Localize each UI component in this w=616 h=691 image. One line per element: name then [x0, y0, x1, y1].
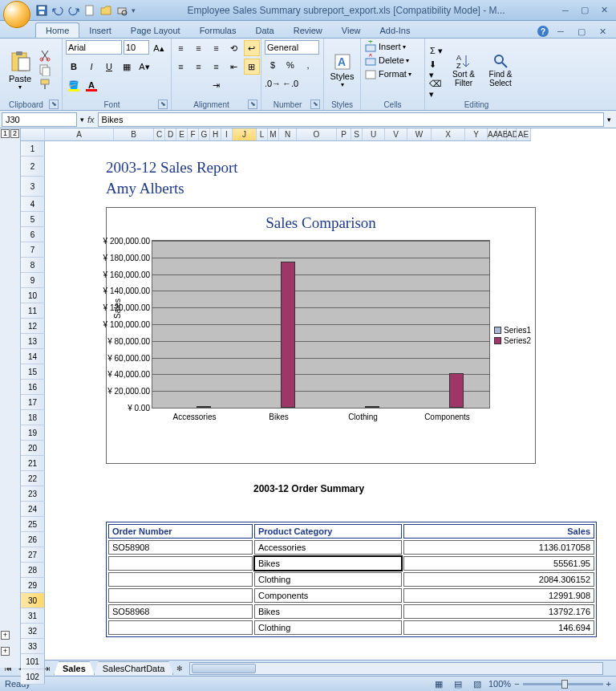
outline-expand-1[interactable]: + [1, 631, 10, 640]
new-icon[interactable] [83, 4, 96, 17]
autosum-button[interactable]: Σ ▾ [428, 43, 444, 59]
col-header-F[interactable]: F [188, 128, 199, 140]
table-row[interactable]: Components12991.908 [108, 588, 594, 603]
align-right-button[interactable]: ≡ [209, 59, 225, 75]
select-all-corner[interactable] [21, 128, 45, 140]
fill-button[interactable]: ⬇ ▾ [428, 62, 444, 78]
font-size-select[interactable] [124, 40, 149, 55]
col-header-N[interactable]: N [279, 128, 297, 140]
zoom-in-button[interactable]: + [606, 679, 611, 689]
order-table[interactable]: Order Number Product Category Sales SO58… [106, 522, 597, 637]
row-header-24[interactable]: 24 [21, 502, 45, 517]
orientation-button[interactable]: ⟲ [226, 40, 242, 56]
underline-button[interactable]: U [101, 59, 117, 75]
row-header-18[interactable]: 18 [21, 410, 45, 425]
clipboard-dialog-launcher[interactable]: ⬊ [49, 100, 59, 109]
align-top-button[interactable]: ≡ [173, 40, 189, 56]
col-header-I[interactable]: I [221, 128, 233, 140]
col-header-X[interactable]: X [432, 128, 465, 140]
row-header-33[interactable]: 33 [21, 639, 45, 654]
horizontal-scrollbar[interactable] [189, 662, 603, 675]
row-header-32[interactable]: 32 [21, 624, 45, 639]
tab-view[interactable]: View [332, 23, 371, 38]
row-header-26[interactable]: 26 [21, 532, 45, 547]
fx-icon[interactable]: fx [87, 115, 95, 124]
col-header-B[interactable]: B [114, 128, 154, 140]
col-header-AD[interactable]: AD [507, 128, 517, 140]
percent-button[interactable]: % [282, 57, 298, 73]
print-preview-icon[interactable] [116, 4, 128, 17]
row-header-4[interactable]: 4 [21, 197, 45, 212]
row-header-29[interactable]: 29 [21, 578, 45, 593]
row-header-30[interactable]: 30 [21, 593, 45, 608]
row-header-22[interactable]: 22 [21, 471, 45, 486]
view-layout-button[interactable]: ▤ [450, 676, 466, 691]
align-middle-button[interactable]: ≡ [191, 40, 207, 56]
tab-data[interactable]: Data [245, 23, 283, 38]
alignment-dialog-launcher[interactable]: ⬊ [248, 100, 257, 109]
table-row[interactable]: SO58968Bikes13792.176 [108, 604, 594, 619]
col-header-H[interactable]: H [210, 128, 221, 140]
table-row[interactable]: Clothing146.694 [108, 620, 594, 635]
column-headers[interactable]: ABCDEFGHIJLMNOPSUVWXYAAABADAE [21, 128, 531, 141]
sheet-tab-chartdata[interactable]: SalesChartData [94, 661, 174, 675]
row-header-27[interactable]: 27 [21, 547, 45, 563]
new-sheet-button[interactable]: ✻ [173, 662, 186, 675]
col-header-AA[interactable]: AA [488, 128, 497, 140]
zoom-slider[interactable] [523, 683, 603, 685]
col-header-U[interactable]: U [363, 128, 385, 140]
font-dialog-launcher[interactable]: ⬊ [158, 100, 168, 109]
row-header-10[interactable]: 10 [21, 288, 45, 303]
table-row[interactable]: SO58908Accessories1136.017058 [108, 540, 594, 555]
shrink-font-icon[interactable]: A▾ [136, 59, 152, 75]
view-pagebreak-button[interactable]: ▧ [469, 676, 485, 691]
row-header-13[interactable]: 13 [21, 334, 45, 349]
doc-minimize-button[interactable]: ─ [552, 25, 569, 38]
decrease-decimal-button[interactable]: ←.0 [282, 75, 298, 91]
row-header-16[interactable]: 16 [21, 380, 45, 395]
maximize-button[interactable]: ▢ [576, 4, 594, 17]
comma-button[interactable]: , [300, 57, 316, 73]
cut-icon[interactable] [38, 49, 51, 62]
formula-input[interactable]: Bikes [98, 112, 604, 127]
close-button[interactable]: ✕ [595, 4, 613, 17]
increase-indent-button[interactable]: ⇥ [209, 77, 225, 93]
doc-restore-button[interactable]: ▢ [573, 25, 590, 38]
table-row[interactable]: Bikes55561.95 [108, 556, 594, 571]
row-header-6[interactable]: 6 [21, 227, 45, 242]
col-header-D[interactable]: D [165, 128, 176, 140]
format-painter-icon[interactable] [38, 78, 51, 91]
row-header-17[interactable]: 17 [21, 395, 45, 410]
help-icon[interactable]: ? [537, 26, 549, 37]
align-bottom-button[interactable]: ≡ [209, 40, 225, 56]
format-cells-button[interactable]: Format▾ [364, 67, 411, 80]
outline-level-2[interactable]: 2 [10, 129, 19, 138]
row-header-101[interactable]: 101 [21, 654, 45, 669]
font-color-button[interactable]: A [83, 77, 99, 93]
align-left-button[interactable]: ≡ [173, 59, 189, 75]
row-headers[interactable]: 1234567891011121314151617181920212223242… [21, 141, 45, 685]
fill-color-button[interactable]: 🪣 [66, 77, 82, 93]
col-header-AB[interactable]: AB [497, 128, 507, 140]
row-header-25[interactable]: 25 [21, 517, 45, 532]
decrease-indent-button[interactable]: ⇤ [226, 59, 242, 75]
col-header-Y[interactable]: Y [465, 128, 488, 140]
row-header-11[interactable]: 11 [21, 303, 45, 319]
col-header-C[interactable]: C [154, 128, 165, 140]
col-header-M[interactable]: M [268, 128, 279, 140]
row-header-23[interactable]: 23 [21, 486, 45, 502]
office-button[interactable] [3, 1, 30, 28]
row-header-15[interactable]: 15 [21, 364, 45, 380]
tab-addins[interactable]: Add-Ins [370, 23, 419, 38]
sort-filter-button[interactable]: AZ Sort & Filter [446, 43, 481, 96]
row-header-7[interactable]: 7 [21, 242, 45, 258]
table-row[interactable]: Clothing2084.306152 [108, 572, 594, 587]
italic-button[interactable]: I [83, 59, 99, 75]
outline-expand-2[interactable]: + [1, 647, 10, 656]
styles-button[interactable]: A Styles ▾ [327, 43, 357, 96]
row-header-2[interactable]: 2 [21, 156, 45, 177]
tab-formulas[interactable]: Formulas [190, 23, 246, 38]
col-header-S[interactable]: S [351, 128, 363, 140]
col-header-P[interactable]: P [337, 128, 351, 140]
col-header-L[interactable]: L [257, 128, 268, 140]
